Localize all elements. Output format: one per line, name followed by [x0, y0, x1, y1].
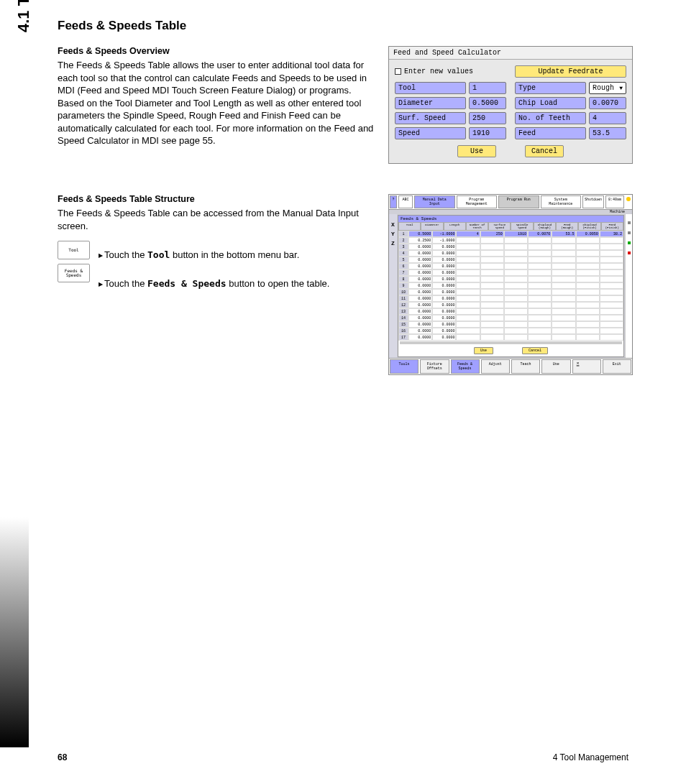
program-mgmt-tab[interactable]: Program Management [457, 195, 498, 208]
surf-speed-label: Surf. Speed [395, 112, 466, 124]
section-vertical-title: 4.1 Tool Table [14, 0, 33, 32]
enter-new-values-checkbox[interactable]: Enter new values [395, 68, 473, 75]
num-teeth-label: No. of Teeth [515, 112, 586, 124]
structure-text: The Feeds & Speeds Table can be accessed… [58, 207, 374, 232]
checkbox-icon [395, 68, 401, 75]
type-dropdown[interactable]: Rough▼ [589, 82, 626, 94]
feeds-speeds-table[interactable]: ToolDiameterLengthNumber of TeethSurface… [398, 222, 623, 341]
feeds-speeds-button-graphic: Feeds & Speeds [58, 264, 90, 282]
system-maint-tab[interactable]: System Maintenance [541, 195, 582, 208]
bottom-menu-tools[interactable]: Tools [390, 359, 419, 374]
side-gradient [0, 517, 29, 747]
strip-icon [628, 231, 631, 234]
strip-icon [628, 252, 631, 254]
structure-heading: Feeds & Speeds Table Structure [58, 194, 374, 204]
mdi-tab[interactable]: Manual Data Input [414, 195, 455, 208]
speed-value[interactable]: 1910 [469, 127, 506, 139]
bottom-menu-feeds-speeds[interactable]: Feeds & Speeds [451, 359, 480, 374]
chevron-down-icon: ▼ [619, 85, 623, 91]
right-tool-strip [625, 214, 632, 358]
feeds-speeds-screenshot: ? ABC Manual Data Input Program Manageme… [388, 194, 633, 375]
shutdown-button[interactable]: Shutdown [582, 195, 604, 208]
step-2: Touch the Feeds & Speeds button to open … [99, 269, 329, 298]
lock-icon [626, 197, 631, 201]
chipload-label: Chip Load [515, 97, 586, 109]
bottom-menu-fixture-offsets[interactable]: Fixture Offsets [420, 359, 449, 374]
surf-speed-value[interactable]: 250 [469, 112, 506, 124]
tool-value[interactable]: 1 [469, 82, 506, 94]
calc-title: Feed and Speed Calculator [389, 47, 632, 60]
bottom-menu-teach[interactable]: Teach [511, 359, 540, 374]
calc-use-button[interactable]: Use [457, 145, 496, 157]
enter-new-values-label: Enter new values [404, 68, 473, 75]
chipload-value[interactable]: 0.0070 [589, 97, 626, 109]
scrollbar-horizontal[interactable] [400, 341, 622, 344]
feed-value[interactable]: 53.5 [589, 127, 626, 139]
page-heading: Feeds & Speeds Table [58, 19, 640, 33]
feed-label: Feed [515, 127, 586, 139]
table-cancel-button[interactable]: Cancel [522, 347, 548, 354]
strip-icon [628, 241, 631, 244]
panel-title: Feeds & Speeds [398, 216, 623, 222]
calc-cancel-button[interactable]: Cancel [525, 145, 564, 157]
page-number: 68 [58, 752, 67, 762]
overview-text: The Feeds & Speeds Table allows the user… [58, 59, 374, 147]
program-run-tab[interactable]: Program Run [498, 195, 539, 208]
diameter-value[interactable]: 0.5000 [469, 97, 506, 109]
type-label: Type [515, 82, 586, 94]
axes-labels: XYZ [389, 214, 397, 358]
update-feedrate-button[interactable]: Update Feedrate [515, 65, 626, 78]
overview-heading: Feeds & Speeds Overview [58, 46, 374, 56]
chapter-label: 4 Tool Management [553, 752, 628, 762]
num-teeth-value[interactable]: 4 [589, 112, 626, 124]
bottom-menu-graphic-icon[interactable]: ✕━ [572, 359, 601, 374]
abc-button[interactable]: ABC [398, 195, 413, 208]
table-use-button[interactable]: Use [474, 347, 493, 354]
tool-label: Tool [395, 82, 466, 94]
speed-label: Speed [395, 127, 466, 139]
diameter-label: Diameter [395, 97, 466, 109]
step-1: Touch the Tool button in the bottom menu… [99, 241, 329, 269]
tool-button-graphic: Tool [58, 241, 90, 259]
help-button[interactable]: ? [390, 195, 397, 208]
clock: 8:40am [605, 195, 624, 208]
bottom-menu-use[interactable]: Use [541, 359, 570, 374]
strip-icon [628, 221, 631, 224]
bottom-menu-exit[interactable]: Exit [603, 359, 631, 374]
feed-speed-calculator: Feed and Speed Calculator Enter new valu… [388, 46, 633, 164]
bottom-menu-adjust[interactable]: Adjust [481, 359, 510, 374]
